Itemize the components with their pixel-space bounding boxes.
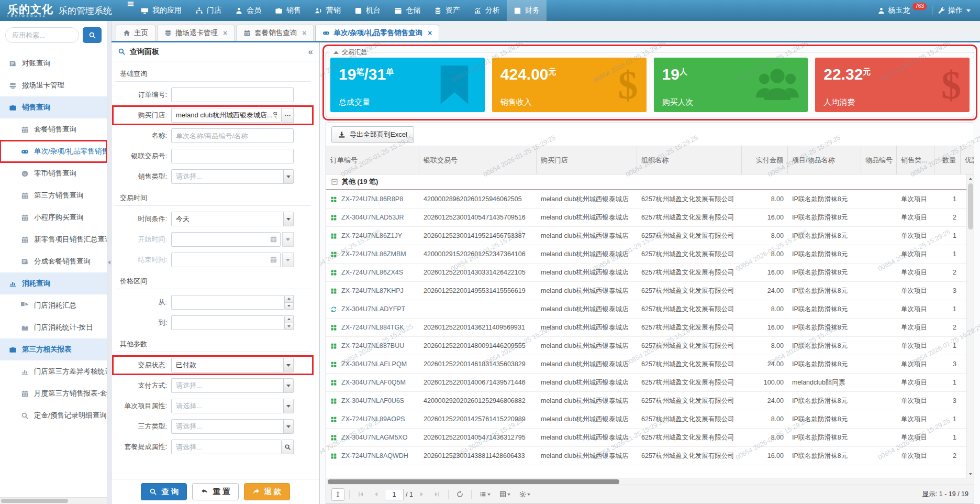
menu-toggle-icon[interactable] — [119, 0, 134, 8]
sidebar-item-reconciliation-query[interactable]: 对账查询 — [0, 52, 107, 74]
magnifier-icon[interactable] — [282, 440, 294, 454]
sidebar-item-store-thirdparty-diff-stats[interactable]: 门店第三方差异考核统计 — [0, 360, 107, 382]
table-row[interactable]: ZX-724U7NL8AQWDH202601252300143881142860… — [326, 447, 966, 465]
prev-page-button[interactable] — [370, 488, 383, 501]
column-header[interactable]: 项目/物品名称 — [788, 146, 861, 174]
last-page-button[interactable] — [430, 488, 443, 501]
package-commission-attr-field[interactable] — [171, 440, 282, 454]
nav-item-finance[interactable]: 财务 — [507, 0, 547, 21]
column-header[interactable]: 实付金额 — [742, 146, 788, 174]
chevron-down-icon[interactable] — [283, 420, 293, 433]
chevron-down-icon[interactable] — [283, 170, 293, 183]
table-row[interactable]: ZX-724U7NL86Z1JY202601252300141952145675… — [326, 227, 966, 245]
sidebar-horizontal-scrollbar[interactable] — [0, 497, 107, 504]
scrollbar-thumb[interactable] — [328, 479, 619, 484]
nav-item-analysis[interactable]: 分析 — [467, 0, 507, 21]
table-row[interactable]: ZX-724U7NL887BUU202601252200148009144620… — [326, 337, 966, 355]
sale-type-select[interactable]: 请选择... — [171, 169, 294, 184]
scroll-up-icon[interactable] — [967, 174, 974, 182]
nav-item-sales[interactable]: 销售 — [268, 0, 308, 21]
sidebar-item-consumption-query[interactable]: 消耗查询 — [0, 272, 107, 294]
sidebar-item-thirdparty-reports[interactable]: 第三方相关报表 — [0, 338, 107, 360]
nav-item-my-apps[interactable]: 我的应用 — [134, 0, 188, 21]
app-search-button[interactable] — [83, 27, 102, 43]
calendar-icon[interactable] — [270, 256, 277, 264]
table-row[interactable]: ZX-304U7NLAD53JR202601252300140547143570… — [326, 209, 966, 227]
group-row[interactable]: 其他 (19 笔) — [326, 174, 966, 190]
table-vertical-scrollbar[interactable] — [966, 174, 974, 478]
sidebar-item-miniprogram-purchase-query[interactable]: 小程序购买查询 — [0, 206, 107, 228]
grid-view-menu-button[interactable] — [496, 488, 514, 501]
nav-item-stores[interactable]: 门店 — [188, 0, 228, 21]
chevron-down-icon[interactable] — [283, 212, 293, 226]
page-number-input[interactable] — [385, 489, 404, 500]
column-header[interactable]: 购买门店 — [537, 146, 637, 174]
sidebar-item-sales-query[interactable]: 销售查询 — [0, 96, 107, 118]
price-from-stepper[interactable] — [285, 295, 294, 310]
table-row[interactable]: ZX-724U7NL86R8P8420000289620260125946062… — [326, 190, 966, 209]
calendar-icon[interactable] — [270, 235, 277, 243]
pay-method-select[interactable]: 请选择... — [171, 378, 294, 393]
settings-menu-button[interactable] — [516, 488, 534, 501]
single-item-attr-select[interactable]: 请选择... — [171, 399, 294, 413]
price-from-field[interactable] — [171, 295, 285, 310]
purchase-store-field[interactable] — [171, 108, 282, 123]
thirdparty-type-select[interactable]: 请选择... — [171, 419, 294, 434]
nav-item-assets[interactable]: 资产 — [427, 0, 467, 21]
action-menu[interactable]: 操作 — [938, 6, 971, 15]
txn-status-select[interactable]: 已付款 — [171, 358, 294, 372]
column-header[interactable]: 数量 — [934, 146, 961, 174]
close-icon[interactable]: × — [302, 29, 306, 37]
table-row[interactable]: ZX-304U7NLAELPQM202601252200146183143560… — [326, 355, 966, 374]
column-header[interactable]: 优惠金... — [961, 146, 974, 174]
chevron-down-icon[interactable] — [282, 253, 294, 267]
nav-item-marketing[interactable]: 营销 — [308, 0, 348, 21]
sidebar-collapse-handle[interactable] — [107, 21, 112, 504]
nav-item-members[interactable]: 会员 — [228, 0, 268, 21]
table-row[interactable]: ZX-724U7NL87KHPJ202601252200149553141555… — [326, 282, 966, 300]
column-header[interactable]: 银联交易号 — [419, 146, 537, 174]
sidebar-item-package-sales-query[interactable]: 套餐销售查询 — [0, 118, 107, 140]
sidebar-item-store-consumption-daily[interactable]: 门店消耗统计-按日 — [0, 316, 107, 338]
tab-checkout-refund[interactable]: 撤场退卡管理× — [157, 25, 235, 41]
collapse-minus-icon[interactable] — [331, 179, 338, 185]
reset-button[interactable]: 重 置 — [192, 483, 238, 500]
price-to-field[interactable] — [171, 315, 285, 330]
sidebar-item-monthly-thirdparty-sales-report[interactable]: 月度第三方销售报表-套餐 — [0, 382, 107, 404]
table-row[interactable]: ZX-304U7NLADYFPTmeland club杭州城西银泰城店6257杭… — [326, 300, 966, 319]
table-row[interactable]: ZX-724U7NL89AOPS202601252200142576141522… — [326, 410, 966, 429]
end-time-field[interactable] — [171, 253, 281, 267]
chevron-down-icon[interactable] — [283, 379, 293, 392]
export-excel-button[interactable]: 导出全部页到Excel — [331, 126, 414, 143]
item-name-field[interactable] — [171, 128, 294, 143]
app-search-input[interactable] — [5, 27, 79, 43]
tab-single-misc-gift-retail[interactable]: 单次/杂项/礼品零售销售查询× — [315, 25, 439, 41]
sidebar-item-token-sales-query[interactable]: 零币销售查询 — [0, 162, 107, 184]
sidebar-item-thirdparty-sales-query[interactable]: 第三方销售查询 — [0, 184, 107, 206]
column-header[interactable]: 组织名称 — [637, 146, 742, 174]
refund-button[interactable]: 退 款 — [244, 483, 290, 500]
refresh-button[interactable] — [453, 488, 466, 501]
column-header[interactable]: 订单编号 — [326, 146, 419, 174]
sidebar-item-split-package-sales-query[interactable]: 分成套餐销售查询 — [0, 250, 107, 272]
nav-item-warehouse[interactable]: 仓储 — [387, 0, 427, 21]
user-menu[interactable]: 杨玉龙 763 — [877, 6, 927, 15]
sidebar-item-single-misc-gift-retail-query[interactable]: 单次/杂项/礼品零售销售查询 — [0, 140, 107, 162]
sidebar-item-deposit-presale-detail-query[interactable]: 定金/预售记录明细查询 — [0, 404, 107, 426]
first-page-button[interactable] — [354, 488, 368, 501]
column-header[interactable]: 销售类... — [897, 146, 934, 174]
time-condition-select[interactable]: 今天 — [171, 212, 294, 226]
sidebar-item-checkout-refund-mgmt[interactable]: 撤场退卡管理 — [0, 74, 107, 96]
chevron-down-icon[interactable] — [283, 358, 293, 372]
query-button[interactable]: 查 询 — [141, 483, 187, 500]
table-row[interactable]: ZX-304U7NLAGM5XO202601252200140547143631… — [326, 429, 966, 447]
start-time-field[interactable] — [171, 232, 281, 247]
chevron-down-icon[interactable] — [282, 232, 294, 247]
ellipsis-icon[interactable] — [282, 108, 294, 123]
table-row[interactable]: ZX-724U7NL86ZMBM420000291520260125234736… — [326, 245, 966, 264]
scroll-down-icon[interactable] — [967, 470, 974, 478]
table-horizontal-scrollbar[interactable] — [326, 478, 974, 485]
order-no-field[interactable] — [171, 87, 294, 102]
table-row[interactable]: ZX-724U7NL884TGK202601252200143621140956… — [326, 319, 966, 337]
collapse-up-icon[interactable] — [333, 51, 339, 54]
